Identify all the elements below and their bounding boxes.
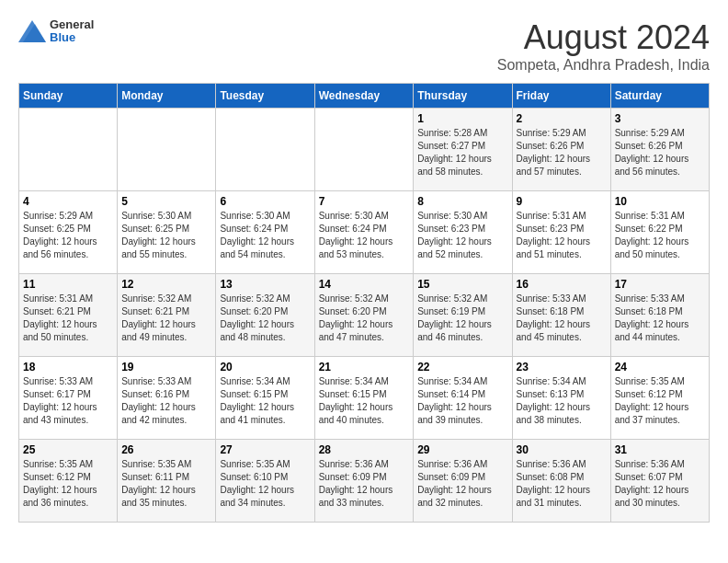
day-info: Sunrise: 5:35 AM Sunset: 6:12 PM Dayligh… xyxy=(615,375,705,427)
day-number: 17 xyxy=(615,278,705,291)
subtitle: Sompeta, Andhra Pradesh, India xyxy=(497,57,710,74)
day-number: 28 xyxy=(319,443,410,456)
page-header: General Blue August 2024 Sompeta, Andhra… xyxy=(18,18,710,74)
day-info: Sunrise: 5:34 AM Sunset: 6:13 PM Dayligh… xyxy=(517,375,607,427)
day-cell-4: 4Sunrise: 5:29 AM Sunset: 6:25 PM Daylig… xyxy=(19,191,118,274)
day-number: 12 xyxy=(121,278,211,291)
week-row-4: 18Sunrise: 5:33 AM Sunset: 6:17 PM Dayli… xyxy=(19,357,710,440)
day-info: Sunrise: 5:29 AM Sunset: 6:26 PM Dayligh… xyxy=(615,127,705,178)
day-number: 20 xyxy=(220,361,310,373)
day-info: Sunrise: 5:35 AM Sunset: 6:10 PM Dayligh… xyxy=(220,458,310,510)
day-number: 8 xyxy=(417,195,507,208)
day-cell-26: 26Sunrise: 5:35 AM Sunset: 6:11 PM Dayli… xyxy=(118,440,216,523)
day-number: 26 xyxy=(121,443,211,456)
day-cell-24: 24Sunrise: 5:35 AM Sunset: 6:12 PM Dayli… xyxy=(610,357,709,440)
day-info: Sunrise: 5:32 AM Sunset: 6:20 PM Dayligh… xyxy=(319,293,410,344)
day-info: Sunrise: 5:31 AM Sunset: 6:21 PM Dayligh… xyxy=(23,293,113,344)
day-number: 6 xyxy=(220,195,310,208)
week-row-2: 4Sunrise: 5:29 AM Sunset: 6:25 PM Daylig… xyxy=(19,191,710,274)
day-info: Sunrise: 5:31 AM Sunset: 6:22 PM Dayligh… xyxy=(615,210,705,261)
day-number: 11 xyxy=(23,278,113,291)
calendar-table: SundayMondayTuesdayWednesdayThursdayFrid… xyxy=(18,83,710,523)
weekday-header-saturday: Saturday xyxy=(610,84,709,109)
empty-cell xyxy=(19,109,118,191)
day-cell-7: 7Sunrise: 5:30 AM Sunset: 6:24 PM Daylig… xyxy=(314,191,414,274)
week-row-5: 25Sunrise: 5:35 AM Sunset: 6:12 PM Dayli… xyxy=(19,440,710,523)
day-info: Sunrise: 5:36 AM Sunset: 6:09 PM Dayligh… xyxy=(417,458,507,510)
day-number: 25 xyxy=(23,443,113,456)
day-info: Sunrise: 5:36 AM Sunset: 6:08 PM Dayligh… xyxy=(517,458,607,510)
day-info: Sunrise: 5:31 AM Sunset: 6:23 PM Dayligh… xyxy=(517,210,607,261)
day-number: 1 xyxy=(417,112,507,125)
day-cell-25: 25Sunrise: 5:35 AM Sunset: 6:12 PM Dayli… xyxy=(19,440,118,523)
day-number: 3 xyxy=(615,112,705,125)
week-row-1: 1Sunrise: 5:28 AM Sunset: 6:27 PM Daylig… xyxy=(19,109,710,191)
day-info: Sunrise: 5:33 AM Sunset: 6:18 PM Dayligh… xyxy=(615,293,705,344)
day-number: 13 xyxy=(220,278,310,291)
day-info: Sunrise: 5:30 AM Sunset: 6:25 PM Dayligh… xyxy=(121,210,211,261)
day-info: Sunrise: 5:33 AM Sunset: 6:17 PM Dayligh… xyxy=(23,375,113,427)
day-cell-22: 22Sunrise: 5:34 AM Sunset: 6:14 PM Dayli… xyxy=(414,357,512,440)
day-info: Sunrise: 5:33 AM Sunset: 6:18 PM Dayligh… xyxy=(517,293,607,344)
day-number: 16 xyxy=(517,278,607,291)
day-cell-14: 14Sunrise: 5:32 AM Sunset: 6:20 PM Dayli… xyxy=(314,274,414,357)
day-info: Sunrise: 5:30 AM Sunset: 6:24 PM Dayligh… xyxy=(319,210,410,261)
day-cell-3: 3Sunrise: 5:29 AM Sunset: 6:26 PM Daylig… xyxy=(610,109,709,191)
day-info: Sunrise: 5:33 AM Sunset: 6:16 PM Dayligh… xyxy=(121,375,211,427)
day-cell-27: 27Sunrise: 5:35 AM Sunset: 6:10 PM Dayli… xyxy=(216,440,314,523)
day-number: 23 xyxy=(517,361,607,373)
day-cell-17: 17Sunrise: 5:33 AM Sunset: 6:18 PM Dayli… xyxy=(610,274,709,357)
day-cell-15: 15Sunrise: 5:32 AM Sunset: 6:19 PM Dayli… xyxy=(414,274,512,357)
logo-general: General xyxy=(50,18,94,31)
week-row-3: 11Sunrise: 5:31 AM Sunset: 6:21 PM Dayli… xyxy=(19,274,710,357)
day-number: 19 xyxy=(121,361,211,373)
day-info: Sunrise: 5:34 AM Sunset: 6:15 PM Dayligh… xyxy=(319,375,410,427)
day-cell-8: 8Sunrise: 5:30 AM Sunset: 6:23 PM Daylig… xyxy=(414,191,512,274)
day-cell-21: 21Sunrise: 5:34 AM Sunset: 6:15 PM Dayli… xyxy=(314,357,414,440)
day-number: 5 xyxy=(121,195,211,208)
day-number: 30 xyxy=(517,443,607,456)
day-cell-5: 5Sunrise: 5:30 AM Sunset: 6:25 PM Daylig… xyxy=(118,191,216,274)
day-number: 7 xyxy=(319,195,410,208)
main-title: August 2024 xyxy=(497,18,710,57)
day-cell-12: 12Sunrise: 5:32 AM Sunset: 6:21 PM Dayli… xyxy=(118,274,216,357)
day-number: 2 xyxy=(517,112,607,125)
day-info: Sunrise: 5:36 AM Sunset: 6:07 PM Dayligh… xyxy=(615,458,705,510)
day-cell-13: 13Sunrise: 5:32 AM Sunset: 6:20 PM Dayli… xyxy=(216,274,314,357)
weekday-header-tuesday: Tuesday xyxy=(216,84,314,109)
empty-cell xyxy=(216,109,314,191)
day-number: 21 xyxy=(319,361,410,373)
weekday-header-wednesday: Wednesday xyxy=(314,84,414,109)
day-cell-31: 31Sunrise: 5:36 AM Sunset: 6:07 PM Dayli… xyxy=(610,440,709,523)
day-cell-29: 29Sunrise: 5:36 AM Sunset: 6:09 PM Dayli… xyxy=(414,440,512,523)
day-cell-11: 11Sunrise: 5:31 AM Sunset: 6:21 PM Dayli… xyxy=(19,274,118,357)
logo-blue: Blue xyxy=(50,31,94,44)
day-info: Sunrise: 5:30 AM Sunset: 6:23 PM Dayligh… xyxy=(417,210,507,261)
day-info: Sunrise: 5:35 AM Sunset: 6:12 PM Dayligh… xyxy=(23,458,113,510)
day-cell-6: 6Sunrise: 5:30 AM Sunset: 6:24 PM Daylig… xyxy=(216,191,314,274)
day-info: Sunrise: 5:34 AM Sunset: 6:14 PM Dayligh… xyxy=(417,375,507,427)
day-cell-20: 20Sunrise: 5:34 AM Sunset: 6:15 PM Dayli… xyxy=(216,357,314,440)
day-number: 9 xyxy=(517,195,607,208)
day-info: Sunrise: 5:36 AM Sunset: 6:09 PM Dayligh… xyxy=(319,458,410,510)
day-number: 10 xyxy=(615,195,705,208)
day-info: Sunrise: 5:29 AM Sunset: 6:26 PM Dayligh… xyxy=(517,127,607,178)
day-number: 22 xyxy=(417,361,507,373)
day-number: 24 xyxy=(615,361,705,373)
day-number: 4 xyxy=(23,195,113,208)
day-info: Sunrise: 5:28 AM Sunset: 6:27 PM Dayligh… xyxy=(417,127,507,178)
day-cell-10: 10Sunrise: 5:31 AM Sunset: 6:22 PM Dayli… xyxy=(610,191,709,274)
day-info: Sunrise: 5:32 AM Sunset: 6:19 PM Dayligh… xyxy=(417,293,507,344)
day-info: Sunrise: 5:34 AM Sunset: 6:15 PM Dayligh… xyxy=(220,375,310,427)
weekday-header-sunday: Sunday xyxy=(19,84,118,109)
weekday-header-friday: Friday xyxy=(512,84,610,109)
day-cell-28: 28Sunrise: 5:36 AM Sunset: 6:09 PM Dayli… xyxy=(314,440,414,523)
day-cell-18: 18Sunrise: 5:33 AM Sunset: 6:17 PM Dayli… xyxy=(19,357,118,440)
day-cell-2: 2Sunrise: 5:29 AM Sunset: 6:26 PM Daylig… xyxy=(512,109,610,191)
empty-cell xyxy=(118,109,216,191)
empty-cell xyxy=(314,109,414,191)
weekday-header-row: SundayMondayTuesdayWednesdayThursdayFrid… xyxy=(19,84,710,109)
day-number: 27 xyxy=(220,443,310,456)
day-info: Sunrise: 5:32 AM Sunset: 6:21 PM Dayligh… xyxy=(121,293,211,344)
day-info: Sunrise: 5:30 AM Sunset: 6:24 PM Dayligh… xyxy=(220,210,310,261)
